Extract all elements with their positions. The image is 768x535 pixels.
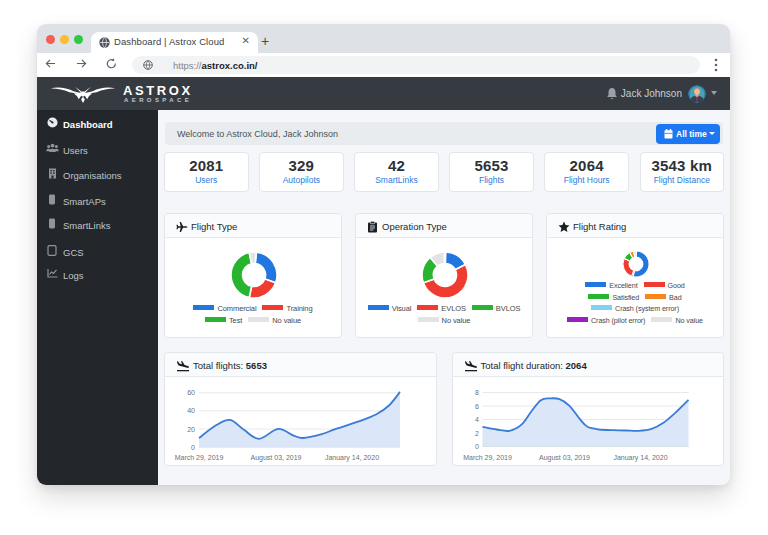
svg-text:March 29, 2019: March 29, 2019: [463, 454, 512, 461]
svg-text:0: 0: [191, 444, 195, 451]
svg-text:4: 4: [475, 416, 479, 423]
svg-text:January 14, 2020: January 14, 2020: [325, 454, 379, 462]
svg-text:2: 2: [475, 430, 479, 437]
svg-text:8: 8: [475, 389, 479, 396]
svg-text:6: 6: [475, 403, 479, 410]
svg-text:March 29, 2019: March 29, 2019: [175, 454, 224, 461]
svg-text:August 03, 2019: August 03, 2019: [251, 454, 302, 462]
svg-text:40: 40: [187, 407, 195, 414]
svg-text:20: 20: [187, 426, 195, 433]
svg-text:August 03, 2019: August 03, 2019: [539, 454, 590, 462]
svg-text:0: 0: [475, 443, 479, 450]
svg-text:January 14, 2020: January 14, 2020: [613, 454, 667, 462]
svg-text:60: 60: [187, 389, 195, 396]
